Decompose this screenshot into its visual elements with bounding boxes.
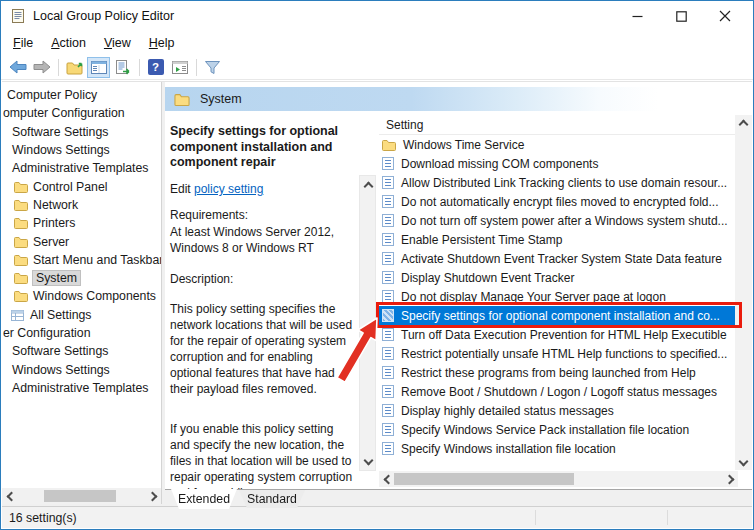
list-hscroll-thumb[interactable] [394,473,574,485]
policy-title: Specify settings for optional component … [170,124,350,171]
titlebar: Local Group Policy Editor [1,1,753,31]
list-item[interactable]: Activate Shutdown Event Tracker System S… [379,249,738,268]
local-group-policy-editor-window: Local Group Policy Editor File Action Vi… [0,0,754,530]
tree-item[interactable]: Control Panel [2,177,161,195]
list-item[interactable]: Remove Boot / Shutdown / Logon / Logoff … [379,382,738,401]
list-item[interactable]: Do not automatically encrypt files moved… [379,192,738,211]
maximize-button[interactable] [659,1,703,31]
menu-help[interactable]: Help [140,33,184,53]
policy-setting-icon [382,157,394,170]
list-item[interactable]: Display highly detailed status messages [379,401,738,420]
tree-item[interactable]: Server [2,232,161,250]
show-action-pane-button[interactable] [168,57,191,78]
scroll-down-button[interactable] [360,454,377,469]
tree-item[interactable]: Administrative Templates [2,379,161,397]
description-vertical-scrollbar[interactable] [359,175,376,471]
list-item[interactable]: Turn off Data Execution Prevention for H… [379,325,738,344]
list-item[interactable]: Specify Windows Service Pack installatio… [379,420,738,439]
list-item[interactable]: Specify Windows installation file locati… [379,439,738,458]
close-button[interactable] [703,1,747,31]
tree-hscroll-thumb[interactable] [44,490,116,502]
tree-item-system-selected[interactable]: System [2,269,161,287]
menu-action[interactable]: Action [42,33,95,53]
list-item[interactable]: Restrict potentially unsafe HTML Help fu… [379,344,738,363]
tree-item[interactable]: omputer Configuration [2,104,161,122]
setting-column-header[interactable]: Setting [379,115,738,135]
show-console-tree-button[interactable] [87,57,110,78]
list-item[interactable]: Download missing COM components [379,154,738,173]
tree-horizontal-scrollbar[interactable] [2,488,162,504]
forward-button[interactable] [30,57,53,78]
list-item[interactable]: Windows Time Service [379,135,738,154]
list-item-selected[interactable]: Specify settings for optional component … [379,306,738,325]
scroll-left-button[interactable] [379,471,394,487]
tree-item[interactable]: Software Settings [2,123,161,141]
requirements-text: At least Windows Server 2012, Windows 8 … [170,224,352,256]
scroll-up-button[interactable] [735,115,752,130]
category-title: System [200,92,242,106]
policy-setting-icon [382,233,394,246]
back-icon [9,60,27,74]
folder-icon [14,199,28,211]
policy-setting-icon [382,366,394,379]
folder-icon [14,217,28,229]
list-horizontal-scrollbar[interactable] [379,471,738,487]
chevron-down-icon [364,456,374,466]
back-button[interactable] [6,57,29,78]
menubar: File Action View Help [1,31,753,55]
tab-standard[interactable]: Standard [239,490,305,508]
tree-item[interactable]: Software Settings [2,342,161,360]
filter-icon [204,60,221,75]
tree-item[interactable]: Network [2,196,161,214]
list-vertical-scrollbar[interactable] [735,115,752,470]
policy-setting-icon [382,423,394,436]
menu-file[interactable]: File [4,33,42,53]
tree-item[interactable]: Windows Components [2,287,161,305]
list-item[interactable]: Allow Distributed Link Tracking clients … [379,173,738,192]
toolbar-separator [58,59,59,76]
toolbar-separator [139,59,140,76]
action-pane-icon [172,61,188,74]
statusbar-separator [667,510,668,525]
list-item[interactable]: Display Shutdown Event Tracker [379,268,738,287]
policy-setting-link[interactable]: policy setting [194,182,263,196]
list-item[interactable]: Do not turn off system power after a Win… [379,211,738,230]
scroll-right-button[interactable] [146,488,161,504]
list-item[interactable]: Do not display Manage Your Server page a… [379,287,738,306]
tree-item[interactable]: Printers [2,214,161,232]
menu-view[interactable]: View [95,33,140,53]
tree-item[interactable]: Windows Settings [2,360,161,378]
tree-item[interactable]: Computer Policy [2,86,161,104]
scroll-right-button[interactable] [723,471,738,487]
policy-setting-icon [382,347,394,360]
scroll-left-button[interactable] [2,488,17,504]
policy-setting-icon [382,252,394,265]
tree-item[interactable]: All Settings [2,306,161,324]
chevron-right-icon [147,491,157,501]
filter-button[interactable] [201,57,224,78]
forward-icon [33,60,51,74]
list-item[interactable]: Enable Persistent Time Stamp [379,230,738,249]
tree-item[interactable]: er Configuration [2,324,161,342]
policy-setting-icon [382,328,394,341]
minimize-button[interactable] [615,1,659,31]
scroll-down-button[interactable] [735,455,752,470]
help-button[interactable]: ? [144,57,167,78]
policy-setting-icon [382,404,394,417]
tree-item[interactable]: Start Menu and Taskbar [2,251,161,269]
tree-item[interactable]: Windows Settings [2,141,161,159]
up-one-level-button[interactable] [63,57,86,78]
policy-setting-icon [382,176,394,189]
description-paragraph-2: If you enable this policy setting and sp… [170,421,356,490]
tree-item[interactable]: Administrative Templates [2,159,161,177]
list-item[interactable]: Restrict these programs from being launc… [379,363,738,382]
window-title: Local Group Policy Editor [33,9,174,23]
statusbar: 16 setting(s) [2,506,752,528]
export-list-button[interactable] [111,57,134,78]
settings-list: Setting Windows Time Service Download mi… [379,115,738,473]
policy-setting-icon [382,195,394,208]
scroll-up-button[interactable] [360,177,377,192]
gpedit-app-icon [10,8,26,24]
tab-extended[interactable]: Extended [171,489,237,509]
policy-setting-icon [382,442,394,455]
